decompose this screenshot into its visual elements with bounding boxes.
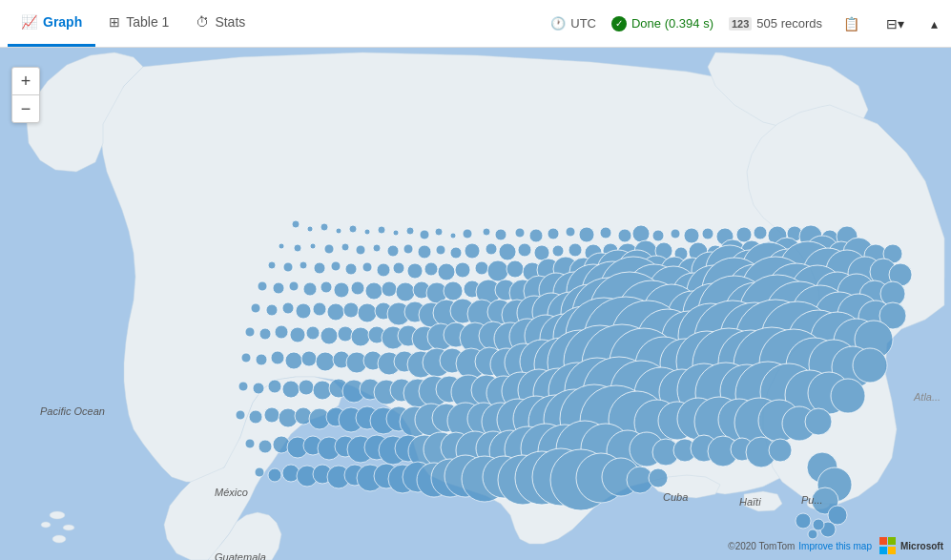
svg-point-324 bbox=[258, 440, 272, 453]
svg-point-377 bbox=[649, 468, 668, 487]
svg-point-355 bbox=[268, 468, 281, 482]
svg-point-221 bbox=[241, 353, 251, 363]
svg-point-190 bbox=[306, 326, 320, 340]
svg-point-192 bbox=[338, 326, 353, 342]
svg-point-15 bbox=[435, 228, 443, 236]
svg-point-353 bbox=[769, 439, 792, 462]
svg-point-1 bbox=[41, 522, 51, 528]
svg-point-114 bbox=[258, 281, 267, 291]
svg-point-10 bbox=[364, 229, 370, 235]
status-label: Done (0.394 s) bbox=[631, 16, 713, 31]
svg-point-225 bbox=[301, 351, 317, 366]
copy-button[interactable]: 📋 bbox=[837, 12, 865, 35]
svg-point-24 bbox=[579, 227, 594, 242]
svg-point-50 bbox=[436, 245, 445, 255]
svg-point-92 bbox=[507, 260, 524, 278]
svg-point-384 bbox=[813, 519, 824, 530]
svg-point-34 bbox=[754, 226, 767, 239]
svg-point-2 bbox=[63, 525, 74, 530]
svg-point-87 bbox=[424, 262, 438, 276]
svg-point-223 bbox=[271, 351, 284, 364]
svg-point-9 bbox=[349, 225, 357, 233]
tab-graph[interactable]: 📈 Graph bbox=[8, 0, 95, 47]
records-icon: 123 bbox=[729, 17, 752, 31]
svg-point-45 bbox=[356, 245, 365, 255]
svg-point-188 bbox=[275, 325, 288, 339]
svg-point-151 bbox=[266, 304, 278, 316]
svg-point-354 bbox=[255, 467, 264, 477]
view-toggle-button[interactable]: ⊟ ▾ bbox=[880, 12, 910, 35]
svg-point-0 bbox=[50, 511, 65, 519]
svg-point-16 bbox=[450, 233, 456, 239]
status-item: ✓ Done (0.394 s) bbox=[611, 16, 713, 31]
svg-point-260 bbox=[299, 380, 314, 395]
svg-point-5 bbox=[292, 220, 300, 228]
improve-map-link[interactable]: Improve this map bbox=[798, 541, 872, 551]
done-check-icon: ✓ bbox=[611, 16, 627, 31]
svg-point-17 bbox=[463, 229, 472, 239]
svg-point-26 bbox=[618, 229, 631, 242]
svg-point-90 bbox=[475, 261, 488, 275]
svg-point-42 bbox=[310, 243, 316, 249]
svg-point-121 bbox=[365, 282, 382, 300]
svg-point-156 bbox=[343, 302, 359, 318]
svg-point-22 bbox=[548, 228, 559, 239]
header-bar: 📈 Graph ⊞ Table 1 ⏱ Stats 🕐 UTC ✓ Done (… bbox=[0, 0, 951, 48]
tab-stats-label: Stats bbox=[215, 14, 245, 30]
svg-point-48 bbox=[403, 244, 413, 254]
svg-point-33 bbox=[736, 227, 752, 242]
svg-point-91 bbox=[487, 260, 508, 281]
map-container[interactable]: + − Pacific Ocean México Cuba Haïti Pu..… bbox=[0, 48, 951, 560]
svg-point-31 bbox=[702, 228, 713, 239]
svg-point-18 bbox=[483, 228, 490, 236]
svg-point-77 bbox=[268, 261, 276, 269]
zoom-out-button[interactable]: − bbox=[12, 95, 39, 122]
svg-point-44 bbox=[341, 243, 349, 251]
svg-point-322 bbox=[805, 408, 832, 435]
microsoft-text: Microsoft bbox=[900, 541, 943, 551]
svg-point-53 bbox=[486, 243, 497, 255]
svg-point-290 bbox=[236, 410, 245, 420]
svg-point-150 bbox=[251, 303, 260, 313]
tab-table1-label: Table 1 bbox=[126, 14, 169, 30]
zoom-in-button[interactable]: + bbox=[12, 68, 39, 94]
svg-point-57 bbox=[552, 245, 564, 257]
grid-icon: ⊟ bbox=[886, 16, 898, 31]
tab-table1[interactable]: ⊞ Table 1 bbox=[95, 0, 182, 47]
svg-point-21 bbox=[529, 229, 543, 242]
svg-point-193 bbox=[351, 327, 370, 346]
svg-point-120 bbox=[351, 281, 364, 295]
timezone-item: 🕐 UTC bbox=[550, 16, 596, 31]
svg-point-116 bbox=[289, 281, 299, 291]
svg-point-47 bbox=[387, 245, 399, 257]
svg-point-13 bbox=[406, 227, 414, 235]
svg-point-152 bbox=[282, 302, 294, 314]
svg-point-7 bbox=[320, 223, 328, 231]
svg-point-85 bbox=[393, 262, 404, 274]
svg-point-81 bbox=[331, 261, 341, 271]
svg-point-11 bbox=[378, 226, 385, 234]
tab-stats[interactable]: ⏱ Stats bbox=[182, 0, 258, 47]
table-icon: ⊞ bbox=[109, 14, 120, 30]
collapse-button[interactable]: ▴ bbox=[925, 12, 943, 35]
svg-point-119 bbox=[334, 282, 349, 298]
clock-icon: 🕐 bbox=[550, 16, 566, 31]
records-item: 123 505 records bbox=[729, 16, 822, 31]
svg-point-381 bbox=[828, 506, 847, 525]
svg-point-54 bbox=[499, 243, 516, 260]
svg-point-49 bbox=[418, 245, 431, 259]
svg-point-83 bbox=[362, 262, 372, 272]
svg-point-12 bbox=[393, 230, 399, 236]
svg-point-157 bbox=[358, 303, 377, 322]
svg-point-256 bbox=[238, 382, 248, 391]
svg-point-25 bbox=[600, 227, 611, 239]
svg-point-43 bbox=[324, 244, 334, 254]
svg-point-52 bbox=[465, 243, 480, 259]
map-background bbox=[0, 48, 951, 560]
svg-point-292 bbox=[264, 407, 279, 423]
svg-point-84 bbox=[377, 263, 390, 277]
svg-point-189 bbox=[290, 327, 305, 342]
svg-point-187 bbox=[259, 328, 271, 340]
svg-point-154 bbox=[313, 302, 326, 316]
microsoft-logo bbox=[879, 537, 897, 554]
